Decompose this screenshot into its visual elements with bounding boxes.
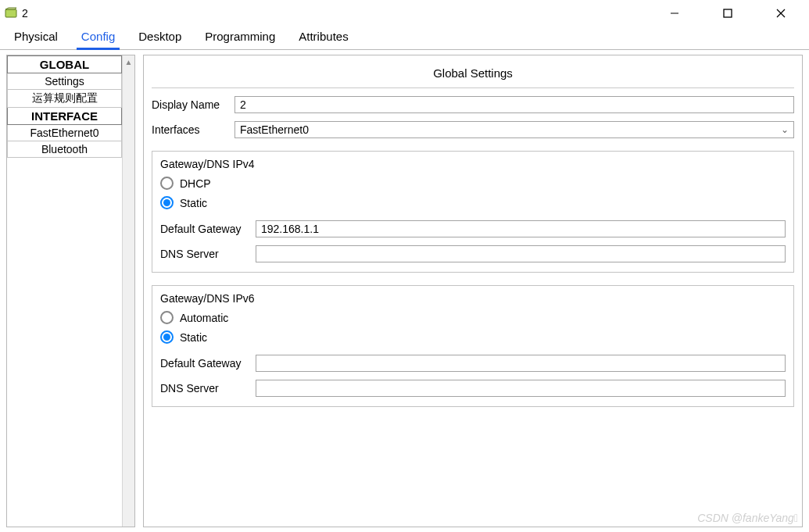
ipv4-static-radio[interactable]: [160, 196, 174, 209]
tab-config[interactable]: Config: [77, 25, 120, 49]
sidebar-item-algorithm[interactable]: 运算规则配置: [7, 90, 122, 108]
ipv6-static-label: Static: [180, 331, 207, 344]
display-name-label: Display Name: [152, 98, 230, 111]
scroll-up-icon[interactable]: ▲: [123, 55, 134, 68]
titlebar: 2: [0, 0, 809, 27]
tab-bar: Physical Config Desktop Programming Attr…: [0, 27, 809, 50]
ipv4-dhcp-row[interactable]: DHCP: [160, 173, 786, 193]
chevron-down-icon: ⌄: [781, 124, 789, 135]
ipv6-group: Gateway/DNS IPv6 Automatic Static Defaul…: [152, 285, 794, 407]
ipv6-static-radio[interactable]: [160, 330, 174, 344]
svg-marker-1: [5, 8, 16, 9]
ipv6-dns-label: DNS Server: [160, 382, 251, 395]
ipv6-gateway-input[interactable]: [256, 355, 786, 372]
ipv4-static-label: Static: [180, 197, 207, 209]
tab-programming[interactable]: Programming: [200, 25, 280, 49]
sidebar-item-bluetooth[interactable]: Bluetooth: [7, 141, 122, 158]
minimize-button[interactable]: [657, 2, 692, 25]
content-area: GLOBAL Settings 运算规则配置 INTERFACE FastEth…: [0, 50, 809, 532]
tab-physical[interactable]: Physical: [9, 25, 63, 49]
ipv4-dhcp-label: DHCP: [180, 177, 211, 190]
ipv4-gateway-row: Default Gateway 192.168.1.1: [160, 220, 786, 237]
ipv6-auto-radio[interactable]: [160, 311, 174, 324]
svg-rect-0: [5, 9, 16, 17]
ipv4-dns-row: DNS Server: [160, 245, 786, 262]
ipv4-dhcp-radio[interactable]: [160, 177, 174, 190]
ipv4-gateway-input[interactable]: 192.168.1.1: [256, 220, 786, 237]
ipv4-gateway-value: 192.168.1.1: [261, 223, 319, 235]
interfaces-row: Interfaces FastEthernet0 ⌄: [152, 121, 794, 138]
sidebar: GLOBAL Settings 运算规则配置 INTERFACE FastEth…: [7, 55, 122, 527]
ipv6-title: Gateway/DNS IPv6: [160, 292, 786, 308]
ipv4-group: Gateway/DNS IPv4 DHCP Static Default Gat…: [152, 151, 794, 273]
tab-attributes[interactable]: Attributes: [294, 25, 353, 49]
sidebar-scrollbar[interactable]: ▲: [122, 55, 134, 527]
ipv6-static-row[interactable]: Static: [160, 327, 786, 347]
window-title: 2: [22, 7, 28, 20]
sidebar-item-settings[interactable]: Settings: [7, 73, 122, 90]
ipv6-auto-row[interactable]: Automatic: [160, 308, 786, 327]
display-name-input[interactable]: 2: [234, 96, 794, 113]
ipv6-dns-input[interactable]: [256, 380, 786, 397]
display-name-row: Display Name 2: [152, 96, 794, 113]
close-button[interactable]: [764, 2, 798, 25]
sidebar-header-global: GLOBAL: [7, 55, 122, 73]
interfaces-label: Interfaces: [152, 123, 230, 136]
maximize-button[interactable]: [711, 2, 745, 25]
sidebar-container: GLOBAL Settings 运算规则配置 INTERFACE FastEth…: [6, 55, 135, 527]
sidebar-item-fastethernet0[interactable]: FastEthernet0: [7, 125, 122, 141]
display-name-value: 2: [240, 98, 246, 111]
tab-desktop[interactable]: Desktop: [134, 25, 186, 49]
interfaces-value: FastEthernet0: [240, 123, 309, 136]
ipv6-gateway-label: Default Gateway: [160, 357, 251, 370]
svg-rect-3: [724, 9, 732, 17]
sidebar-header-interface: INTERFACE: [7, 108, 122, 125]
interfaces-select[interactable]: FastEthernet0 ⌄: [234, 121, 794, 138]
ipv4-title: Gateway/DNS IPv4: [160, 158, 786, 173]
ipv6-dns-row: DNS Server: [160, 380, 786, 397]
ipv4-static-row[interactable]: Static: [160, 193, 786, 212]
ipv6-auto-label: Automatic: [180, 312, 228, 324]
ipv6-gateway-row: Default Gateway: [160, 355, 786, 372]
panel-title: Global Settings: [152, 66, 794, 88]
ipv4-gateway-label: Default Gateway: [160, 223, 251, 235]
ipv4-dns-label: DNS Server: [160, 248, 251, 260]
window-controls: [657, 2, 803, 25]
main-panel: Global Settings Display Name 2 Interface…: [143, 55, 803, 527]
ipv4-dns-input[interactable]: [256, 245, 786, 262]
app-icon: [3, 5, 19, 21]
